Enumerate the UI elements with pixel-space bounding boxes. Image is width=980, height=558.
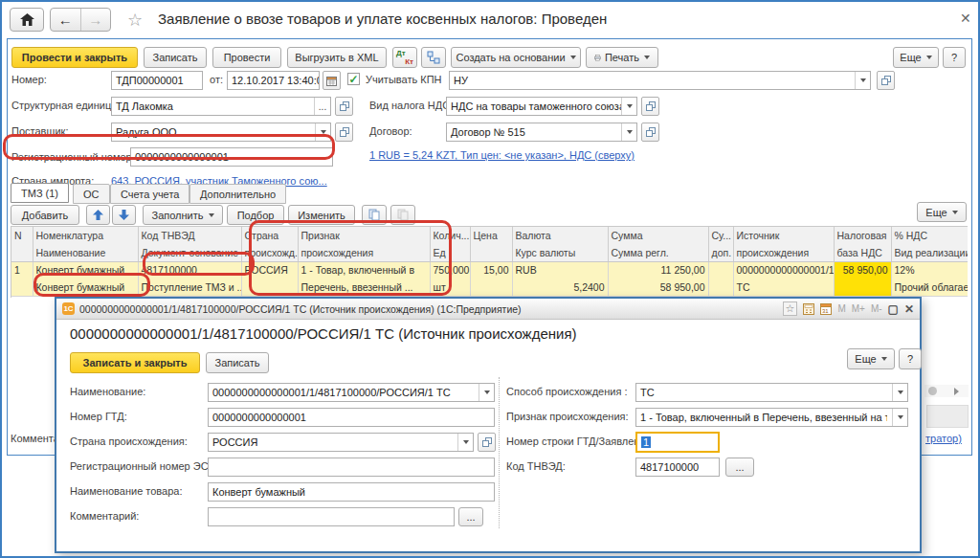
tab-os[interactable]: ОС: [73, 184, 110, 204]
table-cell[interactable]: 0000000000000001/1/481...: [733, 261, 834, 279]
create-based-on-button[interactable]: Создать на основании: [451, 47, 581, 68]
table-cell[interactable]: 1 - Товар, включенный в: [298, 261, 430, 279]
choose-button[interactable]: ...: [314, 98, 330, 115]
structural-unit-field[interactable]: ТД Лакомка ...: [111, 97, 331, 116]
table-cell[interactable]: [470, 279, 512, 296]
dropdown-button[interactable]: [855, 72, 870, 89]
dlg-goods-field[interactable]: Конверт бумажный: [208, 482, 495, 502]
add-row-button[interactable]: Добавить: [11, 205, 79, 225]
move-up-button[interactable]: [86, 205, 110, 225]
table-cell[interactable]: 11 250,00: [608, 261, 708, 279]
table-cell[interactable]: 58 950,00: [608, 279, 708, 296]
dialog-more-button[interactable]: Еще: [847, 348, 895, 369]
table-cell[interactable]: Поступление ТМЗ и ...: [138, 279, 241, 296]
table-cell[interactable]: 4817100000: [138, 261, 241, 279]
move-down-button[interactable]: [112, 205, 136, 225]
dialog-help-button[interactable]: ?: [899, 348, 922, 369]
table-cell[interactable]: Конверт бумажный: [33, 279, 138, 296]
memory-mminus-button[interactable]: M-: [871, 303, 882, 314]
items-table[interactable]: NНоменклатураКод ТНВЭДСтранаПризнакКолич…: [11, 227, 968, 297]
dlg-tnved-field[interactable]: 4817100000: [635, 458, 720, 477]
more-button[interactable]: Еще: [893, 47, 939, 68]
pick-button[interactable]: Подбор: [227, 205, 284, 225]
dialog-save-button[interactable]: Записать: [206, 352, 269, 373]
memory-mplus-button[interactable]: M+: [852, 303, 865, 314]
responsible-link-fragment[interactable]: тратор): [925, 433, 962, 444]
structural-unit-open-button[interactable]: [335, 97, 353, 116]
tab-accounts[interactable]: Счета учета: [110, 184, 189, 204]
tab-tmz[interactable]: ТМЗ (1): [11, 183, 69, 203]
post-and-close-button[interactable]: Провести и закрыть: [11, 47, 138, 68]
dlg-line-number-field[interactable]: 1: [635, 432, 720, 453]
table-cell[interactable]: 1: [11, 261, 33, 279]
home-button[interactable]: [10, 8, 44, 32]
dlg-sign-select[interactable]: 1 - Товар, включенный в Перечень, ввезен…: [635, 408, 908, 427]
table-cell[interactable]: 750,000: [430, 261, 470, 279]
table-cell[interactable]: [834, 279, 891, 296]
grid-more-button[interactable]: Еще: [917, 202, 967, 222]
dropdown-button[interactable]: [457, 434, 473, 451]
dropdown-button[interactable]: [315, 123, 330, 141]
table-cell[interactable]: РОССИЯ: [241, 261, 298, 279]
scroll-thumb[interactable]: [928, 387, 937, 395]
dialog-close-icon[interactable]: ✕: [904, 302, 914, 316]
dropdown-button[interactable]: [621, 123, 636, 141]
edit-button[interactable]: Изменить: [288, 205, 355, 225]
table-cell[interactable]: Перечень, ввезенный ...: [298, 279, 430, 296]
column-splitter[interactable]: [499, 377, 500, 528]
comment-field-fragment[interactable]: [926, 405, 969, 428]
table-cell[interactable]: [11, 279, 33, 296]
number-field[interactable]: ТДП00000001: [111, 71, 203, 90]
table-cell[interactable]: 5,2400: [512, 279, 608, 296]
dlg-country-select[interactable]: РОССИЯ: [208, 433, 474, 452]
vat-kind-select[interactable]: НДС на товары таможенного союза, ввозимы…: [446, 97, 637, 116]
favorite-window-icon[interactable]: ☆: [783, 301, 798, 316]
dlg-tnved-dots-button[interactable]: ...: [725, 458, 754, 477]
dialog-save-close-button[interactable]: Записать и закрыть: [70, 352, 200, 373]
contract-open-button[interactable]: [641, 123, 659, 142]
help-button[interactable]: ?: [943, 47, 966, 68]
calendar-31-icon[interactable]: 31: [820, 303, 832, 315]
table-cell[interactable]: 12%: [891, 261, 968, 279]
table-cell[interactable]: 58 950,00: [834, 261, 891, 279]
date-field[interactable]: 12.10.2017 13:40:03: [227, 71, 320, 90]
dlg-country-open-button[interactable]: [478, 433, 496, 452]
dlg-name-select[interactable]: 0000000000000001/1/4817100000/РОССИЯ/1 Т…: [208, 383, 495, 402]
dropdown-button[interactable]: [621, 98, 636, 115]
copy-rows-button[interactable]: [362, 205, 387, 225]
kpn-select[interactable]: НУ: [449, 71, 871, 90]
dropdown-button[interactable]: [892, 384, 907, 401]
calendar-button[interactable]: [323, 71, 341, 90]
vat-kind-open-button[interactable]: [641, 97, 659, 116]
document-structure-button[interactable]: [421, 47, 446, 68]
table-cell[interactable]: Конверт бумажный: [33, 261, 138, 279]
print-button[interactable]: Печать: [586, 47, 658, 68]
dlg-comment-field[interactable]: [208, 507, 455, 526]
table-cell[interactable]: Прочий облагаемь: [891, 279, 968, 296]
dlg-gtd-field[interactable]: 0000000000000001: [208, 408, 495, 427]
table-cell[interactable]: [708, 261, 733, 279]
table-cell[interactable]: RUB: [512, 261, 608, 279]
kpn-open-button[interactable]: [877, 71, 895, 90]
contract-select[interactable]: Договор № 515: [446, 123, 637, 142]
kpn-checkbox[interactable]: ✓: [347, 73, 360, 85]
tab-extra[interactable]: Дополнительно: [189, 184, 286, 204]
table-cell[interactable]: шт: [430, 279, 470, 296]
dropdown-button[interactable]: [479, 384, 494, 401]
memory-m-button[interactable]: M: [837, 303, 845, 314]
export-xml-button[interactable]: Выгрузить в XML: [287, 47, 387, 68]
paste-rows-button[interactable]: [390, 205, 415, 225]
back-button[interactable]: ←: [51, 9, 80, 31]
dropdown-button[interactable]: [892, 409, 907, 426]
post-button[interactable]: Провести: [212, 47, 281, 68]
dtkt-postings-button[interactable]: Дт Кт: [392, 47, 417, 68]
forward-button[interactable]: →: [81, 9, 111, 31]
scroll-right-arrow[interactable]: [954, 388, 959, 395]
fill-button[interactable]: Заполнить: [143, 205, 223, 225]
registration-number-field[interactable]: 0000000000000001: [130, 147, 333, 167]
vendor-open-button[interactable]: [335, 123, 353, 142]
save-button[interactable]: Записать: [144, 47, 207, 68]
dialog-titlebar[interactable]: 1С 0000000000000001/1/4817100000/РОССИЯ/…: [56, 299, 920, 320]
close-icon[interactable]: ✕: [960, 11, 971, 26]
vendor-select[interactable]: Радуга ООО: [111, 123, 331, 142]
